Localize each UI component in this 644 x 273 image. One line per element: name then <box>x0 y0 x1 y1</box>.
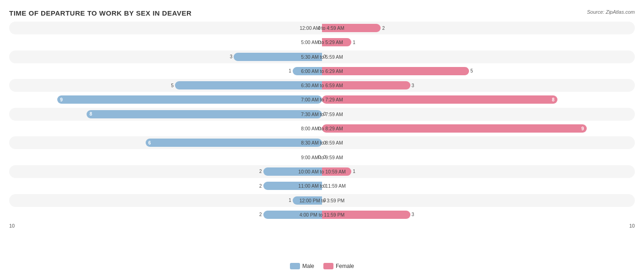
female-value: 0 <box>323 155 326 160</box>
bar-row: 305:30 AM to 5:59 AM <box>9 50 635 63</box>
male-value: 2 <box>259 169 262 174</box>
chart-title: TIME OF DEPARTURE TO WORK BY SEX IN DEAV… <box>9 9 635 17</box>
bar-row: 098:00 AM to 8:29 AM <box>9 122 635 135</box>
male-bar <box>175 81 322 89</box>
source-label: Source: ZipAtlas.com <box>587 9 635 15</box>
female-bar <box>322 167 351 176</box>
row-inner: 098:00 AM to 8:29 AM <box>9 122 635 135</box>
legend-female: Female <box>323 263 354 269</box>
chart-container: TIME OF DEPARTURE TO WORK BY SEX IN DEAV… <box>0 0 644 273</box>
axis-left-label: 10 <box>9 223 15 228</box>
legend: Male Female <box>290 263 354 269</box>
bar-row: 536:30 AM to 6:59 AM <box>9 79 635 92</box>
female-value: 8 <box>552 97 557 102</box>
male-value: 8 <box>87 111 92 117</box>
legend-male-box <box>290 263 300 269</box>
bar-row: 015:00 AM to 5:29 AM <box>9 36 635 49</box>
male-value: 9 <box>57 97 63 102</box>
female-value: 2 <box>382 26 385 31</box>
female-bar: 8 <box>322 95 557 104</box>
male-bar <box>234 53 322 61</box>
female-value: 9 <box>581 126 587 131</box>
male-value: 3 <box>230 54 233 59</box>
female-bar <box>322 211 410 219</box>
legend-female-label: Female <box>336 263 354 269</box>
male-bar <box>263 182 322 190</box>
female-value: 0 <box>323 198 326 203</box>
row-inner: 2110:00 AM to 10:59 AM <box>9 165 635 178</box>
legend-male: Male <box>290 263 314 269</box>
row-inner: 068:30 AM to 8:59 AM <box>9 136 635 149</box>
male-value: 0 <box>318 26 321 31</box>
row-inner: 234:00 PM to 11:59 PM <box>9 208 635 221</box>
row-inner: 015:00 AM to 5:29 AM <box>9 36 635 49</box>
row-inner: 1012:00 PM to 3:59 PM <box>9 194 635 207</box>
female-value: 0 <box>323 54 326 59</box>
row-inner: 987:00 AM to 7:29 AM <box>9 93 635 106</box>
bar-row: 234:00 PM to 11:59 PM <box>9 208 635 221</box>
female-value: 0 <box>323 184 326 189</box>
male-value: 0 <box>318 126 321 131</box>
male-bar: 9 <box>57 95 322 104</box>
bar-row: 2110:00 AM to 10:59 AM <box>9 165 635 178</box>
female-value: 0 <box>323 140 326 145</box>
legend-female-box <box>323 263 333 269</box>
female-bar <box>322 81 410 89</box>
row-inner: 009:00 AM to 9:59 AM <box>9 151 635 164</box>
male-bar <box>263 167 322 176</box>
bar-row: 009:00 AM to 9:59 AM <box>9 151 635 164</box>
male-bar <box>263 211 322 219</box>
row-inner: 2011:00 AM to 11:59 AM <box>9 179 635 192</box>
male-value: 5 <box>171 83 174 88</box>
female-bar: 9 <box>322 124 587 133</box>
axis-right-label: 10 <box>629 223 635 228</box>
bar-row: 068:30 AM to 8:59 AM <box>9 136 635 149</box>
row-inner: 305:30 AM to 5:59 AM <box>9 50 635 63</box>
rows-container: 0212:00 AM to 4:59 AM015:00 AM to 5:29 A… <box>9 22 635 221</box>
male-value: 1 <box>289 198 291 203</box>
chart-area: 0212:00 AM to 4:59 AM015:00 AM to 5:29 A… <box>9 22 635 235</box>
male-value: 1 <box>289 68 291 73</box>
row-inner: 156:00 AM to 6:29 AM <box>9 65 635 78</box>
bar-row: 087:30 AM to 7:59 AM <box>9 108 635 121</box>
male-value: 6 <box>146 140 151 145</box>
female-value: 1 <box>353 169 355 174</box>
bar-row: 0212:00 AM to 4:59 AM <box>9 22 635 34</box>
female-value: 1 <box>353 40 355 45</box>
male-bar: 8 <box>87 110 322 118</box>
male-value: 0 <box>318 155 321 160</box>
row-inner: 087:30 AM to 7:59 AM <box>9 108 635 121</box>
male-bar <box>293 67 322 75</box>
male-value: 0 <box>318 40 321 45</box>
female-value: 0 <box>323 111 326 117</box>
bar-row: 2011:00 AM to 11:59 AM <box>9 179 635 192</box>
bar-row: 156:00 AM to 6:29 AM <box>9 65 635 78</box>
female-bar <box>322 24 381 32</box>
time-label: 9:00 AM to 9:59 AM <box>297 155 347 160</box>
male-bar <box>293 196 322 205</box>
row-inner: 536:30 AM to 6:59 AM <box>9 79 635 92</box>
axis-bottom: 10 10 <box>9 223 635 228</box>
female-bar <box>322 38 351 46</box>
male-bar: 6 <box>146 139 322 147</box>
row-inner: 0212:00 AM to 4:59 AM <box>9 22 635 34</box>
bar-row: 987:00 AM to 7:29 AM <box>9 93 635 106</box>
bar-row: 1012:00 PM to 3:59 PM <box>9 194 635 207</box>
legend-male-label: Male <box>302 263 314 269</box>
female-value: 5 <box>470 68 473 73</box>
male-value: 2 <box>259 184 262 189</box>
male-value: 2 <box>259 212 262 217</box>
female-value: 3 <box>412 212 415 217</box>
female-bar <box>322 67 469 75</box>
female-value: 3 <box>412 83 415 88</box>
